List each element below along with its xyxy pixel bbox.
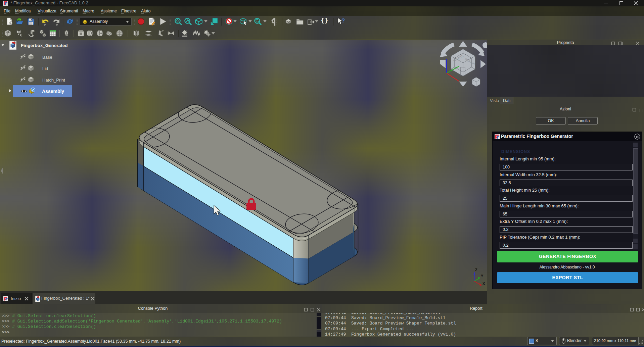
- svg-text:X: X: [482, 282, 485, 286]
- svg-text:Y: Y: [481, 274, 484, 278]
- svg-text:Z: Z: [475, 268, 477, 272]
- svg-text:?: ?: [341, 17, 345, 24]
